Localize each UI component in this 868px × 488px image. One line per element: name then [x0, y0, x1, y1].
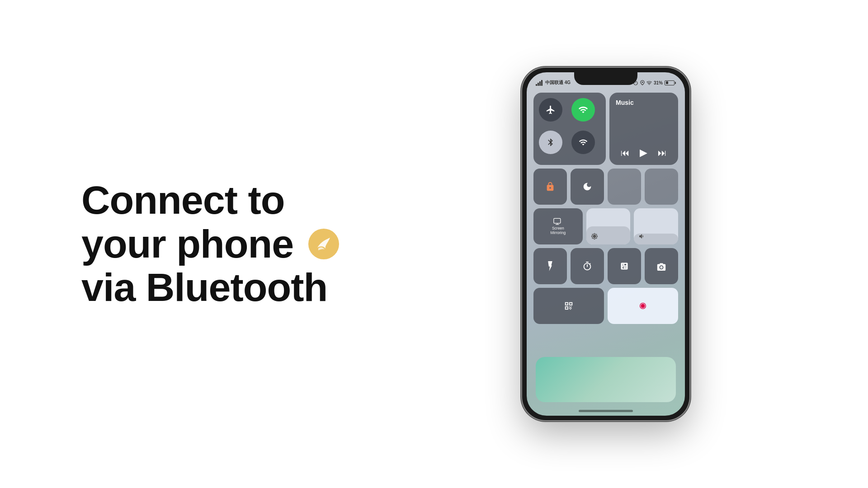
status-left: 中国联通 4G	[536, 80, 571, 86]
lock-rotation-button[interactable]	[533, 169, 567, 205]
battery-icon	[665, 80, 676, 85]
cc-bottom-row-1	[533, 248, 678, 284]
control-center: Music ⏮ ▶ ⏭	[533, 93, 678, 389]
volume-slider[interactable]	[634, 208, 678, 244]
battery-percentage: 31%	[654, 80, 663, 85]
cc-bottom-row-2	[533, 288, 678, 324]
location-icon	[640, 80, 645, 85]
phone-frame: 中国联通 4G 31%	[522, 68, 689, 420]
music-title: Music	[616, 99, 672, 106]
extra-tile-1	[608, 169, 641, 205]
svg-point-5	[642, 82, 643, 83]
carrier-label: 中国联通 4G	[545, 80, 571, 86]
play-pause-button[interactable]: ▶	[640, 147, 647, 159]
heading-line1: Connect to	[81, 178, 285, 222]
cc-top-row: Music ⏮ ▶ ⏭	[533, 93, 678, 165]
signal-bar-3	[539, 81, 541, 86]
screen-mirror-button[interactable]: ScreenMirroring	[533, 208, 583, 244]
heading-line3: via Bluetooth	[81, 265, 327, 310]
screen-mirror-label: ScreenMirroring	[551, 226, 566, 235]
svg-point-6	[649, 84, 650, 85]
extra-tile-2	[645, 169, 678, 205]
status-right: 31%	[633, 80, 676, 85]
svg-marker-10	[548, 261, 552, 271]
calculator-button[interactable]	[608, 248, 641, 284]
signal-bars	[536, 80, 542, 86]
flashlight-button[interactable]	[533, 248, 567, 284]
cc-slider-row: ScreenMirroring	[533, 208, 678, 244]
signal-bar-4	[541, 80, 542, 86]
qr-code-button[interactable]	[533, 288, 604, 324]
bluetooth-button[interactable]	[539, 131, 562, 154]
svg-rect-7	[554, 218, 561, 223]
wifi-status-icon	[646, 80, 652, 85]
left-section: Connect to your phone via Bluetooth	[0, 178, 344, 310]
brightness-icon	[591, 233, 598, 240]
phone-screen: 中国联通 4G 31%	[527, 72, 685, 416]
airplane-mode-button[interactable]	[539, 98, 562, 122]
cellular-button[interactable]	[571, 131, 595, 154]
swift-bird-icon	[308, 229, 339, 259]
do-not-disturb-button[interactable]	[571, 169, 604, 205]
home-indicator	[579, 410, 633, 412]
heading-line2: your phone	[81, 221, 293, 266]
main-heading: Connect to your phone via Bluetooth	[81, 178, 344, 310]
volume-icon	[638, 233, 646, 240]
camera-button[interactable]	[645, 248, 678, 284]
music-controls: ⏮ ▶ ⏭	[616, 147, 672, 159]
cc-mid-row-1	[533, 169, 678, 205]
phone-notch	[574, 72, 637, 85]
brightness-slider[interactable]	[586, 208, 631, 244]
cc-connectivity-panel	[533, 93, 606, 165]
right-section: 中国联通 4G 31%	[344, 0, 868, 488]
signal-bar-1	[536, 84, 537, 86]
wifi-toggle-button[interactable]	[571, 98, 595, 122]
cc-music-panel: Music ⏮ ▶ ⏭	[609, 93, 678, 165]
next-track-button[interactable]: ⏭	[658, 148, 667, 158]
signal-bar-2	[538, 83, 539, 86]
svg-point-12	[641, 304, 645, 308]
timer-button[interactable]	[571, 248, 604, 284]
prev-track-button[interactable]: ⏮	[621, 148, 630, 158]
screen-record-button[interactable]	[608, 288, 678, 324]
